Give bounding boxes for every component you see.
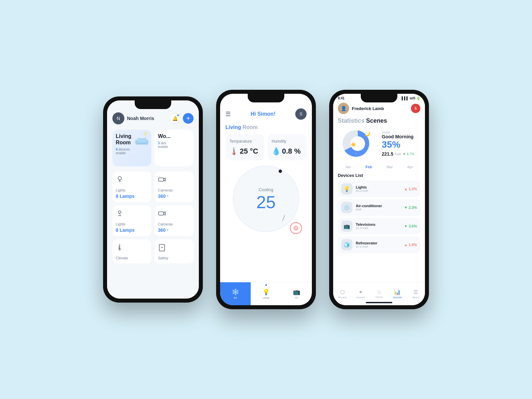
device-pct-ac: ▼ 2.3% <box>404 205 417 209</box>
kwh-row: 221.5 Kwh ▼ 4.7% <box>382 151 420 157</box>
p2-user-avatar: S <box>295 108 307 120</box>
menu-icon[interactable]: ☰ <box>225 110 231 118</box>
svg-text:☀️: ☀️ <box>350 142 356 148</box>
devices-title: Devices List <box>338 173 420 178</box>
air-label: Air <box>234 296 237 299</box>
device-row-fridge[interactable]: 🧊 Refrezerator 37.4 Kwh ▲ 1.8% <box>338 236 420 253</box>
svg-text:🌙: 🌙 <box>364 131 370 137</box>
p3-header: 👤 Frederick Lamb 5 <box>333 101 425 117</box>
nav-air[interactable]: ❄️ Air <box>220 282 251 305</box>
month-mar[interactable]: Mar <box>386 165 393 169</box>
living-room-illustration: 🛋️ <box>134 132 149 146</box>
scenes-icon: ✦ <box>358 289 363 295</box>
room-subtitle-living: 4 devicesenable <box>116 148 148 155</box>
month-jan[interactable]: Jan <box>345 165 351 169</box>
svg-text:⌂: ⌂ <box>355 151 357 155</box>
room-subtitle-work: 3 devenable <box>158 141 190 149</box>
month-feb[interactable]: Feb <box>365 165 372 169</box>
temp-title: Temparature <box>229 139 260 144</box>
device-kwh-lights: 25.3 Kwh <box>356 189 401 193</box>
nav-rooms[interactable]: ⬡ Rooms <box>333 282 351 305</box>
kwh-value: 221.5 <box>382 151 393 157</box>
temperature-card[interactable]: Temparature 🌡️ 25 °C <box>225 134 264 160</box>
device-safety[interactable]: Safety <box>155 239 194 263</box>
tv-label: TV <box>295 296 298 299</box>
status-icons: ▌▌▌ wifi 🔋 <box>402 96 420 100</box>
notch-2 <box>248 94 284 102</box>
lamp-label: Lamp <box>263 296 269 299</box>
stats-text: Statistics <box>338 117 366 124</box>
add-button[interactable]: + <box>183 113 194 124</box>
device-kwh-tv: 22.4 Kwh <box>356 226 401 230</box>
p2-bottom-nav: ❄️ Air 💡 Lamp 📺 TV <box>220 282 312 305</box>
home-icon: ⌂ <box>377 289 381 295</box>
device-pct-fridge: ▲ 1.8% <box>404 243 417 247</box>
trend-indicator: ▼ 4.7% <box>403 152 414 156</box>
nav-lamp[interactable]: 💡 Lamp <box>251 282 281 305</box>
humidity-card[interactable]: Humdity 💧 0.8 % <box>268 134 307 160</box>
statistic-icon: 📊 <box>394 289 401 295</box>
phone-1: N Noah Morris 🔔 + 🛋️ Li <box>103 96 203 303</box>
percentage: 35% <box>382 139 420 150</box>
device-name-lights: Lights <box>356 185 401 189</box>
lights-value-1: 8 Lamps <box>116 194 148 199</box>
notification-badge[interactable]: 5 <box>411 104 420 113</box>
p1-rooms-row: 🛋️ LivingRoom 4 devicesenable Wo... 3 de… <box>112 130 194 166</box>
p1-user: N Noah Morris <box>112 112 154 124</box>
phone-2: ☰ Hi Simon! S Living Room Temparature <box>216 90 316 309</box>
phones-container: N Noah Morris 🔔 + 🛋️ Li <box>103 90 429 309</box>
rooms-nav-label: Rooms <box>338 296 346 299</box>
cameras-value-1: 360 ° <box>158 194 190 199</box>
svg-rect-3 <box>159 178 164 181</box>
lights-label-2: Lights <box>116 222 148 226</box>
kwh-unit: Kwh <box>395 152 401 156</box>
p1-avatar: N <box>112 112 124 124</box>
device-cameras-1[interactable]: Cameras 360 ° <box>155 172 194 202</box>
svg-rect-6 <box>159 212 164 215</box>
p2-room-label: Living Room <box>220 122 312 134</box>
menu-nav-label: Menu <box>412 296 419 299</box>
notification-bell[interactable]: 🔔 <box>170 113 180 124</box>
cameras-label-2: Cameras <box>158 222 190 226</box>
humidity-value: 💧 0.8 % <box>272 147 303 156</box>
device-climate[interactable]: Climate <box>112 239 151 263</box>
device-lights-2[interactable]: Lights 8 Lamps <box>112 205 151 236</box>
nav-dot <box>265 284 267 286</box>
lights-icon-1 <box>116 176 148 186</box>
svg-point-0 <box>118 177 121 180</box>
circle-dial[interactable]: Cooling 25 <box>233 166 299 232</box>
time-display: 9:41 <box>338 96 344 100</box>
p2-header: ☰ Hi Simon! S <box>220 106 312 122</box>
device-row-ac[interactable]: ❄️ Air-conditioner Kwh ▼ 2.3% <box>338 199 420 216</box>
nav-menu[interactable]: ☰ Menu <box>407 282 425 305</box>
month-apr[interactable]: Apr <box>407 165 413 169</box>
battery-icon: 🔋 <box>416 96 420 100</box>
nav-tv[interactable]: 📺 TV <box>281 282 312 305</box>
room-living-room[interactable]: 🛋️ LivingRoom 4 devicesenable <box>112 130 151 166</box>
device-row-tv[interactable]: 📺 Televisions 22.4 Kwh ▼ 3.5% <box>338 218 420 234</box>
power-button[interactable]: ⏻ <box>290 222 302 234</box>
device-info-tv: Televisions 22.4 Kwh <box>356 222 401 230</box>
p1-username: Noah Morris <box>127 116 154 121</box>
phone-3: 9:41 ▌▌▌ wifi 🔋 👤 Frederick Lamb 5 <box>329 90 429 309</box>
p3-section-title: Statistics Scenes <box>333 117 425 127</box>
temp-value: 🌡️ 25 °C <box>229 147 260 156</box>
p2-greeting: Hi Simon! <box>251 111 276 117</box>
device-row-lights[interactable]: 💡 Lights 25.3 Kwh ▲ 1.3% <box>338 181 420 197</box>
humidity-icon: 💧 <box>272 147 281 156</box>
room-work[interactable]: Wo... 3 devenable <box>155 130 194 166</box>
device-info-lights: Lights 25.3 Kwh <box>356 185 401 193</box>
device-cameras-2[interactable]: Cameras 360 ° <box>155 205 194 236</box>
device-lights-1[interactable]: Lights 8 Lamps <box>112 172 151 202</box>
scene-name: Good Morning <box>382 134 420 139</box>
tv-icon: 📺 <box>293 288 300 296</box>
p3-username: Frederick Lamb <box>352 106 384 111</box>
svg-line-12 <box>283 215 285 221</box>
device-kwh-ac: Kwh <box>356 208 401 211</box>
lights-value-2: 8 Lamps <box>116 227 148 233</box>
scenes-text: Scenes <box>366 117 387 124</box>
signal-icon: ▌▌▌ <box>402 96 409 100</box>
device-icon-fridge: 🧊 <box>341 239 352 250</box>
p2-stats-row: Temparature 🌡️ 25 °C Humdity 💧 0.8 % <box>220 134 312 160</box>
device-info-fridge: Refrezerator 37.4 Kwh <box>356 241 401 248</box>
